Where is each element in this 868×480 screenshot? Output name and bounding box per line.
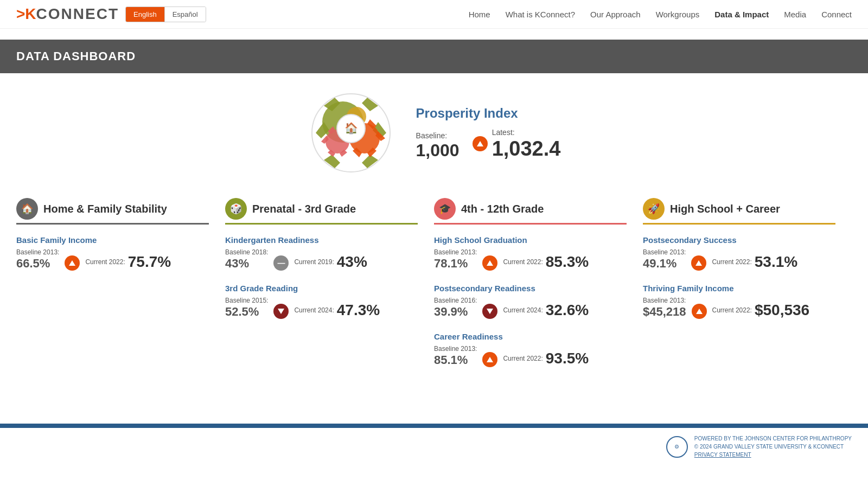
nav-approach[interactable]: Our Approach: [590, 10, 641, 19]
metric-current-home-0: Current 2022:75.7%: [85, 253, 171, 271]
metric-values-grade4-2: Baseline 2013:85.1%Current 2022:93.5%: [434, 343, 627, 367]
metric-baseline-grade4-0: Baseline 2013:78.1%: [434, 247, 477, 271]
categories-section: 🏠Home & Family StabilityBasic Family Inc…: [0, 187, 868, 391]
english-button[interactable]: English: [126, 7, 164, 22]
category-icon-home: 🏠: [16, 198, 38, 220]
header: >K CONNECT English Español Home What is …: [0, 0, 868, 29]
footer-text: POWERED BY THE JOHNSON CENTER FOR PHILAN…: [694, 434, 852, 459]
logo-connect: CONNECT: [36, 5, 119, 23]
prosperity-latest-label: Latest:: [492, 128, 515, 137]
metric-indicator-highschool-0: [691, 255, 706, 271]
metric-baseline-label-grade4-1: Baseline 2016:: [434, 297, 477, 304]
metric-baseline-prenatal-0: Baseline 2018:43%: [225, 247, 268, 271]
category-icon-grade4: 🎓: [434, 198, 456, 220]
prosperity-section: 🏠 Prosperity Index Baseline: 1,000 Lates…: [0, 73, 868, 187]
metric-baseline-label-highschool-1: Baseline 2013:: [643, 297, 686, 304]
metric-values-highschool-0: Baseline 2013:49.1%Current 2022:53.1%: [643, 247, 835, 271]
category-header-highschool: 🚀High School + Career: [643, 198, 835, 220]
prosperity-baseline-label: Baseline:: [416, 131, 448, 140]
metric-values-prenatal-1: Baseline 2015:52.5%Current 2024:47.3%: [225, 295, 418, 319]
metric-baseline-grade4-2: Baseline 2013:85.1%: [434, 343, 477, 367]
category-home: 🏠Home & Family StabilityBasic Family Inc…: [16, 198, 225, 380]
metric-baseline-value-highschool-0: 49.1%: [643, 257, 686, 271]
metric-baseline-value-prenatal-0: 43%: [225, 257, 268, 271]
metric-values-prenatal-0: Baseline 2018:43%Current 2019:43%: [225, 247, 418, 271]
metric-baseline-value-highschool-1: $45,218: [643, 305, 686, 319]
metric-grade4-0: High School GraduationBaseline 2013:78.1…: [434, 235, 627, 271]
metric-baseline-value-home-0: 66.5%: [16, 257, 59, 271]
footer-powered-by: POWERED BY THE JOHNSON CENTER FOR PHILAN…: [694, 434, 852, 443]
category-header-home: 🏠Home & Family Stability: [16, 198, 209, 220]
metric-current-label-home-0: Current 2022:: [85, 258, 125, 266]
category-grade4: 🎓4th - 12th GradeHigh School GraduationB…: [434, 198, 643, 380]
metric-current-grade4-1: Current 2024:32.6%: [503, 302, 589, 319]
metric-values-home-0: Baseline 2013:66.5%Current 2022:75.7%: [16, 247, 209, 271]
category-prenatal: 🎲Prenatal - 3rd GradeKindergarten Readin…: [225, 198, 434, 380]
prosperity-gear-icon: 🏠: [308, 89, 394, 176]
metric-current-label-highschool-0: Current 2022:: [712, 258, 751, 266]
prosperity-latest: Latest: 1,032.4: [473, 127, 561, 161]
metric-baseline-label-home-0: Baseline 2013:: [16, 248, 59, 256]
nav-media[interactable]: Media: [784, 10, 806, 19]
metric-current-value-highschool-0: 53.1%: [755, 253, 797, 271]
metric-highschool-1: Thriving Family IncomeBaseline 2013:$45,…: [643, 284, 835, 319]
language-selector: English Español: [125, 7, 206, 22]
category-icon-highschool: 🚀: [643, 198, 665, 220]
metric-current-label-grade4-0: Current 2022:: [503, 258, 542, 266]
footer: ⚙ POWERED BY THE JOHNSON CENTER FOR PHIL…: [0, 428, 868, 465]
metric-current-value-grade4-1: 32.6%: [546, 302, 589, 319]
metric-current-value-prenatal-1: 47.3%: [337, 302, 380, 319]
category-divider-prenatal: [225, 223, 418, 225]
espanol-button[interactable]: Español: [165, 7, 206, 22]
metric-title-highschool-1: Thriving Family Income: [643, 284, 835, 293]
category-divider-highschool: [643, 223, 835, 225]
metric-title-grade4-0: High School Graduation: [434, 235, 627, 245]
metric-current-prenatal-1: Current 2024:47.3%: [294, 302, 380, 319]
metric-title-grade4-2: Career Readiness: [434, 332, 627, 341]
category-title-home: Home & Family Stability: [43, 203, 167, 215]
svg-text:🏠: 🏠: [344, 121, 358, 135]
metric-current-value-prenatal-0: 43%: [337, 253, 367, 271]
metric-current-label-highschool-1: Current 2022:: [712, 306, 752, 314]
nav-connect[interactable]: Connect: [821, 10, 852, 19]
footer-privacy-link[interactable]: PRIVACY STATEMENT: [694, 452, 751, 458]
metric-baseline-grade4-1: Baseline 2016:39.9%: [434, 295, 477, 319]
metric-title-home-0: Basic Family Income: [16, 235, 209, 245]
metric-indicator-grade4-1: [482, 304, 497, 319]
nav-data[interactable]: Data & Impact: [714, 10, 769, 19]
prosperity-title: Prosperity Index: [416, 106, 561, 121]
metric-current-label-prenatal-0: Current 2019:: [294, 258, 334, 266]
category-header-prenatal: 🎲Prenatal - 3rd Grade: [225, 198, 418, 220]
footer-logo: ⚙: [666, 436, 688, 458]
metric-baseline-label-grade4-0: Baseline 2013:: [434, 248, 477, 256]
metric-baseline-value-grade4-2: 85.1%: [434, 353, 477, 367]
category-divider-grade4: [434, 223, 627, 225]
prosperity-info: Prosperity Index Baseline: 1,000 Latest:…: [416, 106, 561, 161]
category-icon-prenatal: 🎲: [225, 198, 247, 220]
metric-current-grade4-2: Current 2022:93.5%: [503, 350, 589, 367]
prosperity-baseline: Baseline: 1,000: [416, 131, 459, 161]
prosperity-up-arrow: [473, 136, 488, 151]
logo-k: >K: [16, 5, 36, 23]
metric-baseline-label-prenatal-0: Baseline 2018:: [225, 248, 268, 256]
metric-indicator-grade4-0: [482, 255, 497, 271]
category-title-highschool: High School + Career: [670, 203, 780, 215]
nav-home[interactable]: Home: [469, 10, 490, 19]
metric-title-highschool-0: Postsecondary Success: [643, 235, 835, 245]
metric-baseline-value-grade4-0: 78.1%: [434, 257, 477, 271]
nav-what[interactable]: What is KConnect?: [506, 10, 575, 19]
prosperity-latest-value: 1,032.4: [492, 137, 561, 161]
metric-baseline-prenatal-1: Baseline 2015:52.5%: [225, 295, 268, 319]
gear-icon-container: 🏠: [308, 89, 394, 176]
dashboard-header-bar: DATA DASHBOARD: [0, 40, 868, 73]
footer-copyright: © 2024 GRAND VALLEY STATE UNIVERSITY & K…: [694, 443, 852, 451]
metric-current-highschool-0: Current 2022:53.1%: [712, 253, 797, 271]
metric-indicator-prenatal-0: [273, 255, 289, 271]
metric-values-grade4-0: Baseline 2013:78.1%Current 2022:85.3%: [434, 247, 627, 271]
metric-current-label-grade4-2: Current 2022:: [503, 355, 542, 362]
category-divider-home: [16, 223, 209, 225]
logo-area: >K CONNECT English Español: [16, 5, 206, 23]
main-nav: Home What is KConnect? Our Approach Work…: [469, 10, 852, 19]
footer-blue-bar: [0, 424, 868, 428]
nav-workgroups[interactable]: Workgroups: [656, 10, 700, 19]
